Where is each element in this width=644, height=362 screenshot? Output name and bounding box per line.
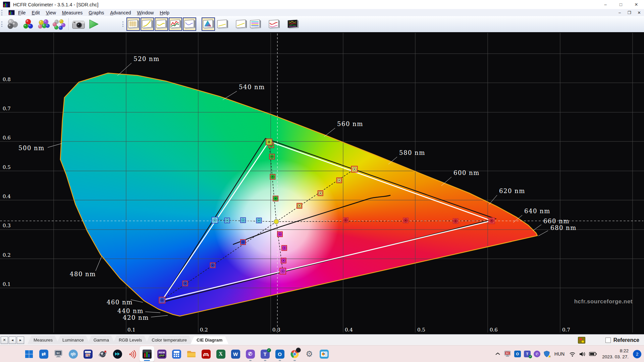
mdi-close-button[interactable]: ✕: [634, 10, 644, 15]
toolbar-color-temperature-button[interactable]: [183, 17, 196, 31]
tab-cie-diagram[interactable]: CIE Diagram: [191, 336, 228, 344]
tray-outlook-icon[interactable]: O: [514, 351, 521, 357]
toolbar-rgb-histogram-button[interactable]: [249, 17, 262, 31]
menu-file[interactable]: File: [15, 10, 29, 16]
toolbar-cie-diagram-button[interactable]: [202, 17, 215, 31]
taskbar-screenconnect-icon[interactable]: SC: [51, 346, 66, 362]
wavelength-label: 440 nm: [117, 307, 144, 314]
taskbar-acrobat-icon[interactable]: [199, 346, 213, 362]
mdi-minimize-button[interactable]: –: [615, 10, 625, 15]
taskbar-start-icon[interactable]: [21, 346, 36, 362]
reference-checkbox-label[interactable]: Reference: [613, 337, 639, 343]
wavelength-leader-line: [538, 231, 548, 236]
toolbar-gamma-curve-button[interactable]: [141, 17, 154, 31]
tray-wifi-icon[interactable]: [569, 351, 576, 357]
toolbar-rgb-levels-button[interactable]: [169, 17, 182, 31]
taskbar-teamviewer-icon[interactable]: ⇄: [36, 346, 51, 362]
menu-view[interactable]: View: [43, 10, 59, 16]
taskbar-calculator-icon[interactable]: [169, 346, 184, 362]
toolbar-color-spheres-button[interactable]: [36, 17, 51, 32]
notification-badge[interactable]: 2: [633, 350, 641, 358]
spectral-locus-outline: [60, 73, 537, 316]
measurement-point: [183, 281, 188, 286]
toolbar-sphere-ring-button[interactable]: [51, 17, 67, 32]
tab-gamma[interactable]: Gamma: [88, 336, 115, 344]
tab-controls: ✕◂▸: [0, 337, 24, 344]
taskbar-teams-icon[interactable]: T✓: [258, 346, 272, 362]
tray-teams-icon[interactable]: T✓: [524, 351, 531, 357]
tray-battery-icon[interactable]: [589, 352, 597, 356]
toolbar-graph-plain-2-button[interactable]: [234, 17, 248, 31]
taskbar-word-icon[interactable]: W: [228, 346, 243, 362]
tray-viber-icon[interactable]: ✆: [534, 351, 540, 357]
taskbar-chrome-icon[interactable]: [287, 346, 302, 362]
taskbar-viber-icon[interactable]: ✆: [243, 346, 258, 362]
close-button[interactable]: ✕: [629, 0, 644, 9]
taskbar-atom-icon[interactable]: [95, 346, 110, 362]
tab-scroll-left-button[interactable]: ◂: [9, 337, 16, 344]
toolbar-gray-spheres-button[interactable]: [5, 17, 20, 32]
menu-edit[interactable]: Edit: [29, 10, 43, 16]
language-indicator[interactable]: HUN: [553, 351, 566, 357]
toolbar-camera-button[interactable]: [71, 17, 86, 32]
toolbar-rgb-balls-button[interactable]: [20, 17, 36, 32]
toolbar-spectrum-dark-button[interactable]: [286, 17, 300, 31]
toolbar-measures-grid-button[interactable]: [126, 17, 140, 31]
rgb-levels-icon: [169, 19, 181, 29]
menu-advanced[interactable]: Advanced: [107, 10, 134, 16]
toolbar-run-measures-button[interactable]: [86, 17, 102, 32]
measurement-point: [282, 245, 287, 250]
minimize-button[interactable]: –: [598, 0, 613, 9]
maximize-button[interactable]: □: [613, 0, 629, 9]
menu-window[interactable]: Window: [134, 10, 157, 16]
date: 2023. 03. 27.: [602, 354, 629, 359]
wavelength-label: 420 nm: [123, 314, 149, 321]
view-tab-bar: ✕◂▸ MeasuresLuminanceGammaRGB LevelsColo…: [0, 334, 644, 346]
taskbar-potplayer-icon[interactable]: [110, 346, 125, 362]
menu-graphs[interactable]: Graphs: [86, 10, 107, 16]
taskbar-hcfr-icon[interactable]: [140, 346, 154, 362]
toolbar-drag-handle[interactable]: [1, 21, 4, 27]
taskbar-media-tool-icon[interactable]: [317, 346, 331, 362]
watermark: hcfr.sourceforge.net: [574, 298, 633, 305]
taskbar-c64-floppy-icon[interactable]: 64: [80, 346, 95, 362]
hcfr-app-icon: [3, 2, 10, 7]
taskbar-system-tray: SCOT✓✆▲! HUN 8:22 2023. 03. 27. 2: [495, 346, 641, 362]
y-axis-tick: 0.6: [3, 135, 11, 141]
taskbar-sound-waves-icon[interactable]: [125, 346, 140, 362]
tab-scroll-right-button[interactable]: ▸: [17, 337, 24, 344]
measurement-point: [266, 139, 272, 145]
menu-help[interactable]: Help: [157, 10, 172, 16]
toolbar-graph-plain-1-button[interactable]: [216, 17, 229, 31]
tab-close-button[interactable]: ✕: [1, 337, 8, 344]
tray-defender-icon[interactable]: ▲!: [543, 351, 550, 357]
taskbar-rew-icon[interactable]: REW: [154, 346, 169, 362]
svg-text:REW: REW: [159, 351, 165, 354]
taskbar-outlook-icon[interactable]: O: [272, 346, 287, 362]
toolbar-luminance-curve-button[interactable]: [155, 17, 168, 31]
tray-volume-icon[interactable]: [579, 351, 586, 357]
tray-chevron-up-icon[interactable]: [495, 352, 501, 356]
menubar-drag-handle[interactable]: [1, 10, 4, 15]
tab-rgb-levels[interactable]: RGB Levels: [113, 336, 148, 344]
taskbar-file-explorer-icon[interactable]: [184, 346, 199, 362]
rgb-balls-icon: [22, 18, 34, 30]
saturation-sweep-line: [162, 222, 276, 300]
toolbar2-drag-handle[interactable]: [122, 21, 125, 27]
tab-measures[interactable]: Measures: [28, 336, 59, 344]
wavelength-leader-line: [117, 63, 131, 76]
menu-measures[interactable]: Measures: [59, 10, 86, 16]
taskbar-excel-icon[interactable]: X: [213, 346, 228, 362]
toolbar-measure-curves-button[interactable]: [267, 17, 281, 31]
taskbar-qbittorrent-icon[interactable]: qb: [66, 346, 80, 362]
clock[interactable]: 8:22 2023. 03. 27.: [600, 348, 629, 360]
x-axis-tick: 0.2: [200, 327, 208, 333]
wavelength-label: 540 nm: [239, 83, 265, 90]
mdi-restore-button[interactable]: ❐: [625, 10, 634, 15]
reference-checkbox[interactable]: [605, 338, 611, 343]
tab-luminance[interactable]: Luminance: [56, 336, 90, 344]
tab-color-temperature[interactable]: Color temperature: [146, 336, 193, 344]
taskbar-settings-icon[interactable]: ⚙: [302, 346, 317, 362]
tray-screenconnect-icon[interactable]: SC: [504, 351, 511, 357]
wavelength-leader-line: [489, 195, 497, 204]
